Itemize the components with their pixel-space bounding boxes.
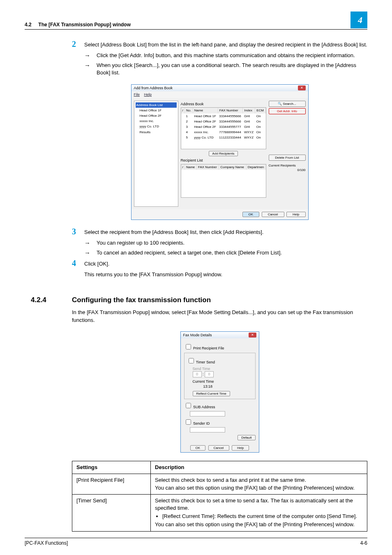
- setting-name: [Print Recipient File]: [72, 474, 151, 494]
- tree-item[interactable]: Head Office 2F: [136, 113, 177, 118]
- col-index[interactable]: Index: [243, 108, 255, 113]
- col-no[interactable]: No.: [184, 108, 193, 113]
- tree-item[interactable]: xxxxx Inc.: [136, 118, 177, 124]
- step-3-bullet-b: To cancel an added recipient, select a t…: [97, 249, 367, 257]
- step-number-4: 4: [72, 259, 84, 268]
- step-2-bullet-b: When you click [Search...], you can use …: [97, 62, 367, 76]
- col-chk[interactable]: /: [181, 108, 185, 113]
- fax-mode-details-dialog: Fax Mode Details ✕ Print Recipient File …: [180, 331, 259, 453]
- step-3-bullet-a: You can register up to 100 recipients.: [97, 239, 367, 247]
- settings-table: Settings Description [Print Recipient Fi…: [72, 461, 367, 531]
- tree-item[interactable]: Results: [136, 130, 177, 135]
- send-time-label: Send Time: [193, 366, 253, 372]
- reflect-current-time-button[interactable]: Reflect Current Time: [193, 391, 230, 396]
- setting-desc: Select this check box to set a time to s…: [151, 494, 367, 531]
- step-number-3: 3: [72, 227, 84, 236]
- address-book-label: Address Book: [181, 102, 266, 107]
- current-time-value: 13:18: [203, 384, 253, 389]
- add-recipients-button[interactable]: Add Recipients: [209, 151, 238, 156]
- header-section-num: 4.2: [25, 22, 32, 28]
- footer-left: [PC-FAX Functions]: [25, 540, 68, 547]
- step-4-text: Click [OK].: [84, 259, 367, 268]
- sub-address-field[interactable]: [190, 411, 225, 416]
- search-button[interactable]: 🔍 Search...: [269, 101, 306, 107]
- arrow-icon: →: [84, 249, 97, 257]
- cancel-button[interactable]: Cancel: [262, 212, 284, 217]
- ok-button[interactable]: OK: [242, 212, 260, 217]
- setting-name: [Timer Send]: [72, 494, 151, 531]
- menu-file[interactable]: File: [134, 92, 140, 97]
- section-heading: 4.2.4Configuring the fax transmission fu…: [72, 295, 367, 305]
- dialog-title: Add from Address Book: [134, 86, 173, 91]
- header-section-title: The [FAX Transmission Popup] window: [38, 22, 131, 28]
- help-button[interactable]: Help: [232, 445, 249, 451]
- ok-button[interactable]: OK: [190, 445, 206, 451]
- section-number: 4.2.4: [25, 295, 72, 305]
- col-fax[interactable]: FAX Number: [218, 108, 243, 113]
- section-intro: In the [FAX Transmission Popup] window, …: [72, 309, 367, 324]
- step-4-followup: This returns you to the [FAX Transmissio…: [84, 271, 367, 278]
- step-number-2: 2: [72, 40, 84, 49]
- help-button[interactable]: Help: [286, 212, 305, 217]
- get-addr-info-button[interactable]: Get Addr. Info: [269, 108, 306, 114]
- current-recipients-label: Current Recipients: [269, 163, 306, 168]
- section-title: Configuring the fax transmission functio…: [72, 296, 211, 304]
- close-icon[interactable]: ✕: [249, 333, 256, 338]
- menu-help[interactable]: Help: [144, 92, 152, 97]
- close-icon[interactable]: ✕: [298, 86, 306, 91]
- tree-item[interactable]: yyyy Co. LTD: [136, 124, 177, 129]
- table-header-description: Description: [151, 461, 367, 474]
- sub-address-checkbox[interactable]: SUB Address: [184, 402, 256, 410]
- cancel-button[interactable]: Cancel: [208, 445, 229, 451]
- delete-from-list-button[interactable]: Delete From List: [269, 155, 306, 161]
- running-header: 4.2 The [FAX Transmission Popup] window: [25, 21, 131, 28]
- table-row: [Timer Send] Select this check box to se…: [72, 494, 367, 531]
- col-ecm[interactable]: ECM: [255, 108, 265, 113]
- recipient-list-table[interactable]: / Name FAX Number Company Name Departmen: [181, 164, 266, 198]
- col-name[interactable]: Name: [193, 108, 218, 113]
- tree-item[interactable]: Head Office 1F: [136, 108, 177, 113]
- minute-spinner[interactable]: 0: [205, 371, 214, 377]
- sender-id-checkbox[interactable]: Sender ID: [184, 418, 256, 426]
- setting-desc: Select this check box to send a fax and …: [151, 474, 367, 494]
- step-3-text: Select the recipient from the [Address B…: [84, 227, 367, 236]
- arrow-icon: →: [84, 52, 97, 59]
- recipient-list-label: Recipient List: [181, 158, 266, 163]
- table-header-settings: Settings: [72, 461, 151, 474]
- tree-root[interactable]: Address Book List: [136, 102, 177, 108]
- hour-spinner[interactable]: 0: [193, 371, 202, 377]
- print-recipient-checkbox[interactable]: Print Recipient File: [184, 343, 256, 351]
- table-row[interactable]: 1Head Office 1F333444555666GHIOn: [181, 113, 266, 119]
- table-row[interactable]: 5yyyy Co. LTD111222333444WXYZOn: [181, 135, 266, 140]
- chapter-badge: 4: [350, 12, 367, 28]
- default-button[interactable]: Default: [238, 435, 255, 440]
- arrow-icon: →: [84, 62, 97, 76]
- sender-id-field[interactable]: [190, 427, 225, 432]
- table-row[interactable]: 4xxxxx Inc.777888999444WXYZOn: [181, 130, 266, 135]
- timer-send-checkbox[interactable]: Timer Send: [187, 357, 253, 365]
- footer-page: 4-6: [360, 540, 367, 547]
- step-2-bullet-a: Click the [Get Addr. Info] button, and t…: [97, 52, 367, 59]
- table-row[interactable]: 3Head Office 2F333444555777GHIOn: [181, 124, 266, 130]
- table-row[interactable]: 2Head Office 2F333444555666GHIOn: [181, 119, 266, 124]
- add-from-address-book-dialog: Add from Address Book ✕ File Help Addres…: [131, 84, 309, 220]
- step-2-text: Select [Address Book List] from the list…: [84, 40, 367, 49]
- current-time-label: Current Time: [193, 379, 253, 384]
- arrow-icon: →: [84, 239, 97, 247]
- address-book-table[interactable]: / No. Name FAX Number Index ECM 1Head Of…: [181, 107, 266, 149]
- current-recipients-count: 0/100: [269, 168, 306, 172]
- dialog-title: Fax Mode Details: [183, 333, 212, 338]
- address-tree[interactable]: Address Book List Head Office 1F Head Of…: [134, 101, 178, 207]
- table-row: [Print Recipient File] Select this check…: [72, 474, 367, 494]
